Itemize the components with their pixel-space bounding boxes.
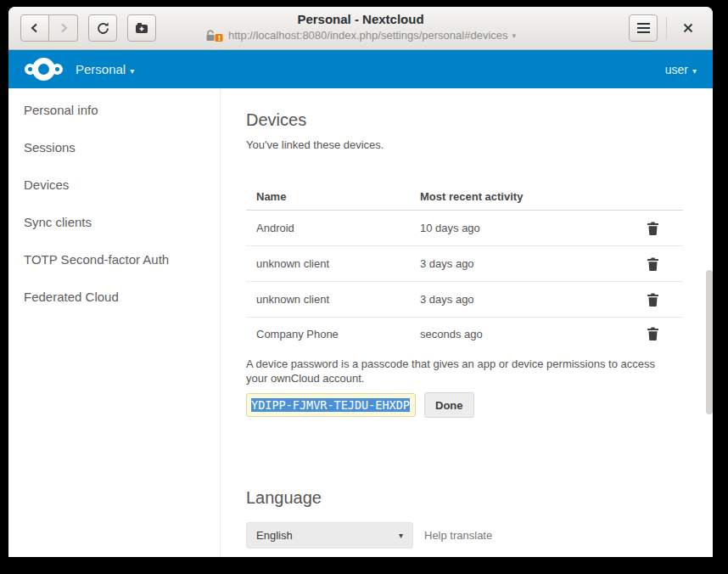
help-translate-link[interactable]: Help translate [424, 529, 492, 542]
device-activity-cell: 10 days ago [420, 222, 646, 234]
window-title: Personal - Nextcloud [174, 11, 547, 28]
sidebar-item-devices[interactable]: Devices [8, 166, 220, 203]
nextcloud-header: Personal▾ user▾ [8, 50, 713, 88]
chevron-right-icon [58, 22, 70, 34]
app-title-label: Personal [76, 62, 126, 76]
language-selected-value: English [256, 529, 293, 542]
trash-icon [647, 327, 659, 340]
trash-icon [647, 293, 659, 307]
device-activity-cell: 3 days ago [420, 257, 646, 270]
device-row: unknown client 3 days ago [246, 246, 683, 282]
forward-button[interactable] [49, 14, 78, 42]
devices-section-title: Devices [246, 111, 713, 128]
language-section-title: Language [246, 489, 713, 506]
delete-device-button[interactable] [647, 327, 659, 340]
device-activity-cell: 3 days ago [420, 293, 646, 306]
sidebar-item-sessions[interactable]: Sessions [8, 128, 220, 166]
desktop-background: Personal - Nextcloud http://localhost:80… [0, 0, 728, 574]
titlebar-center: Personal - Nextcloud http://localhost:80… [174, 11, 547, 43]
menu-button[interactable] [629, 14, 658, 42]
nav-button-group [20, 14, 78, 42]
titlebar-separator [666, 17, 667, 39]
close-icon [683, 23, 693, 33]
app-menu-trigger[interactable]: Personal▾ [76, 62, 134, 76]
sidebar-item-federated-cloud[interactable]: Federated Cloud [8, 278, 220, 315]
device-row: Company Phone seconds ago [246, 318, 683, 350]
device-password-value: YDIPP-FJMVR-TEJDU-EHXDP [251, 398, 410, 412]
settings-sidebar: Personal info Sessions Devices Sync clie… [8, 88, 221, 557]
delete-device-button[interactable] [647, 222, 659, 235]
device-row: Android 10 days ago [246, 211, 683, 246]
chevron-left-icon [29, 22, 41, 34]
user-menu-caret-icon: ▾ [692, 66, 697, 76]
nextcloud-logo-icon[interactable] [25, 58, 63, 81]
devices-table: Name Most recent activity Android 10 day… [246, 183, 683, 350]
user-menu-trigger[interactable]: user▾ [665, 63, 697, 76]
device-name-cell: Company Phone [246, 328, 420, 340]
address-url: http://localhost:8080/index.php/settings… [228, 28, 508, 43]
device-password-row: YDIPP-FJMVR-TEJDU-EHXDP Done [246, 392, 713, 418]
done-button[interactable]: Done [424, 392, 474, 418]
insecure-padlock-icon [205, 30, 224, 42]
device-password-hint: A device password is a passcode that giv… [246, 357, 670, 385]
device-name-cell: unknown client [246, 257, 420, 270]
sidebar-item-personal-info[interactable]: Personal info [8, 91, 220, 128]
device-row: unknown client 3 days ago [246, 282, 683, 318]
device-activity-cell: seconds ago [420, 328, 646, 340]
url-dropdown-icon[interactable]: ▾ [512, 28, 517, 43]
back-button[interactable] [20, 14, 49, 42]
sidebar-item-totp[interactable]: TOTP Second-factor Auth [8, 240, 220, 278]
delete-device-button[interactable] [647, 257, 659, 271]
devices-panel: Devices You've linked these devices. Nam… [221, 88, 713, 557]
reload-button[interactable] [88, 14, 117, 42]
devices-table-header: Name Most recent activity [246, 183, 683, 211]
reload-icon [96, 21, 110, 36]
select-arrow-icon: ▾ [399, 531, 403, 540]
language-row: English ▾ Help translate [246, 522, 713, 549]
trash-icon [647, 222, 659, 235]
device-password-input[interactable]: YDIPP-FJMVR-TEJDU-EHXDP [246, 393, 416, 417]
titlebar-right [629, 14, 701, 42]
close-button[interactable] [675, 15, 701, 41]
trash-icon [647, 257, 659, 271]
device-name-cell: unknown client [246, 293, 420, 306]
devices-subtitle: You've linked these devices. [246, 138, 713, 151]
hamburger-icon [637, 23, 650, 33]
app-menu-caret-icon: ▾ [130, 66, 134, 76]
new-tab-button[interactable] [127, 14, 156, 42]
column-header-name: Name [246, 190, 420, 203]
device-name-cell: Android [246, 222, 420, 234]
language-select[interactable]: English ▾ [246, 522, 413, 549]
address-bar[interactable]: http://localhost:8080/index.php/settings… [174, 28, 547, 43]
column-header-activity: Most recent activity [420, 190, 646, 203]
browser-window: Personal - Nextcloud http://localhost:80… [8, 7, 713, 557]
delete-device-button[interactable] [647, 293, 659, 307]
vertical-scrollbar-thumb[interactable] [706, 270, 713, 414]
sidebar-item-sync-clients[interactable]: Sync clients [8, 203, 220, 240]
settings-content: Personal info Sessions Devices Sync clie… [8, 88, 713, 557]
user-label: user [665, 63, 688, 76]
new-tab-icon [135, 22, 148, 34]
browser-titlebar: Personal - Nextcloud http://localhost:80… [8, 7, 713, 50]
